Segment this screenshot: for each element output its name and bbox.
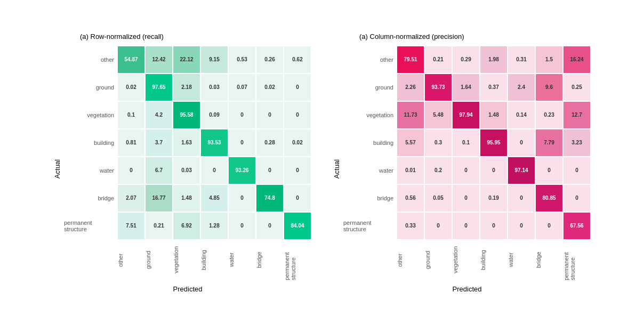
col-label: other — [397, 240, 424, 282]
matrix-cell: 4.2 — [145, 101, 173, 129]
right-x-label: Predicted — [343, 285, 591, 293]
col-label: bridge — [256, 240, 284, 282]
matrix-cell: 3.7 — [145, 129, 173, 157]
matrix-cell: 9.15 — [200, 46, 228, 74]
matrix-cell: 0 — [452, 212, 480, 240]
matrix-cell: 0.03 — [173, 157, 200, 184]
matrix-cell: 1.63 — [173, 129, 200, 157]
matrix-cell: 0.33 — [397, 212, 424, 240]
matrix-cell: 0.01 — [397, 157, 424, 184]
matrix-cell: 0.81 — [117, 129, 145, 157]
matrix-cell: 0.07 — [228, 74, 256, 101]
matrix-cell: 0 — [228, 212, 256, 240]
x-label-empty — [64, 240, 117, 282]
matrix-cell: 2.26 — [397, 74, 424, 101]
matrix-cell: 74.8 — [256, 184, 284, 212]
left-matrix-section: other54.8712.4222.129.150.530.260.62grou… — [64, 46, 311, 293]
matrix-cell: 12.7 — [563, 101, 591, 129]
matrix-cell: 9.6 — [535, 74, 563, 101]
matrix-cell: 2.18 — [173, 74, 200, 101]
row-label: permanent structure — [64, 212, 117, 240]
matrix-cell: 5.57 — [397, 129, 424, 157]
matrix-cell: 79.51 — [397, 46, 424, 74]
matrix-cell: 0.14 — [508, 101, 535, 129]
row-label: water — [64, 157, 117, 184]
matrix-cell: 0.02 — [117, 74, 145, 101]
matrix-cell: 0.05 — [424, 184, 452, 212]
right-chart-wrapper: (a) Column-normalized (precision) Actual… — [333, 32, 591, 293]
matrix-cell: 0.09 — [200, 101, 228, 129]
matrix-cell: 0.02 — [284, 129, 311, 157]
matrix-cell: 0.02 — [256, 74, 284, 101]
matrix-cell: 0 — [117, 157, 145, 184]
matrix-cell: 0 — [563, 184, 591, 212]
matrix-cell: 0 — [256, 212, 284, 240]
matrix-cell: 16.77 — [145, 184, 173, 212]
matrix-cell: 0 — [535, 212, 563, 240]
col-label: vegetation — [452, 240, 480, 282]
left-x-labels: othergroundvegetationbuildingwaterbridge… — [64, 240, 311, 282]
matrix-cell: 1.48 — [480, 101, 508, 129]
matrix-cell: 93.73 — [424, 74, 452, 101]
col-label: water — [508, 240, 535, 282]
left-chart-title: (a) Row-normalized (recall) — [80, 32, 164, 40]
row-label: other — [343, 46, 397, 74]
col-label: water — [228, 240, 256, 282]
matrix-cell: 0 — [228, 129, 256, 157]
left-x-label: Predicted — [64, 285, 311, 293]
matrix-cell: 0.26 — [256, 46, 284, 74]
matrix-cell: 0 — [508, 184, 535, 212]
matrix-cell: 93.53 — [200, 129, 228, 157]
matrix-cell: 0.29 — [452, 46, 480, 74]
matrix-cell: 0 — [284, 74, 311, 101]
right-x-labels: othergroundvegetationbuildingwaterbridge… — [343, 240, 591, 282]
matrix-cell: 0.62 — [284, 46, 311, 74]
matrix-cell: 0.21 — [145, 212, 173, 240]
matrix-cell: 67.56 — [563, 212, 591, 240]
left-y-label: Actual — [53, 159, 61, 178]
right-matrix: other79.510.210.291.980.311.516.24ground… — [343, 46, 591, 240]
matrix-cell: 0.03 — [200, 74, 228, 101]
row-label: building — [343, 129, 397, 157]
matrix-cell: 5.48 — [424, 101, 452, 129]
matrix-cell: 1.48 — [173, 184, 200, 212]
matrix-cell: 11.73 — [397, 101, 424, 129]
matrix-cell: 0 — [200, 157, 228, 184]
matrix-cell: 0 — [452, 184, 480, 212]
right-chart-title: (a) Column-normalized (precision) — [359, 32, 464, 40]
matrix-cell: 0 — [284, 184, 311, 212]
left-chart-wrapper: (a) Row-normalized (recall) Actual other… — [53, 32, 311, 293]
row-label: other — [64, 46, 117, 74]
matrix-cell: 1.28 — [200, 212, 228, 240]
right-y-label: Actual — [333, 159, 341, 178]
row-label: vegetation — [343, 101, 397, 129]
matrix-cell: 1.98 — [480, 46, 508, 74]
matrix-cell: 0 — [284, 101, 311, 129]
matrix-cell: 0 — [228, 184, 256, 212]
matrix-cell: 0.28 — [256, 129, 284, 157]
right-chart-body: Actual other79.510.210.291.980.311.516.2… — [333, 46, 591, 293]
col-label: bridge — [535, 240, 563, 282]
matrix-cell: 0 — [452, 157, 480, 184]
matrix-cell: 6.7 — [145, 157, 173, 184]
matrix-cell: 0 — [424, 212, 452, 240]
matrix-cell: 0 — [284, 157, 311, 184]
matrix-cell: 0 — [508, 129, 535, 157]
row-label: ground — [343, 74, 397, 101]
matrix-cell: 54.87 — [117, 46, 145, 74]
col-label: vegetation — [173, 240, 200, 282]
matrix-cell: 0 — [563, 157, 591, 184]
matrix-cell: 0.3 — [424, 129, 452, 157]
right-matrix-section: other79.510.210.291.980.311.516.24ground… — [343, 46, 591, 293]
matrix-cell: 0.23 — [535, 101, 563, 129]
left-chart-body: Actual other54.8712.4222.129.150.530.260… — [53, 46, 311, 293]
matrix-cell: 0 — [508, 212, 535, 240]
matrix-cell: 7.51 — [117, 212, 145, 240]
matrix-cell: 3.23 — [563, 129, 591, 157]
matrix-cell: 0.25 — [563, 74, 591, 101]
matrix-cell: 1.64 — [452, 74, 480, 101]
main-container: (a) Row-normalized (recall) Actual other… — [43, 27, 601, 298]
matrix-cell: 0 — [535, 157, 563, 184]
matrix-cell: 0.21 — [424, 46, 452, 74]
col-label: ground — [145, 240, 173, 282]
